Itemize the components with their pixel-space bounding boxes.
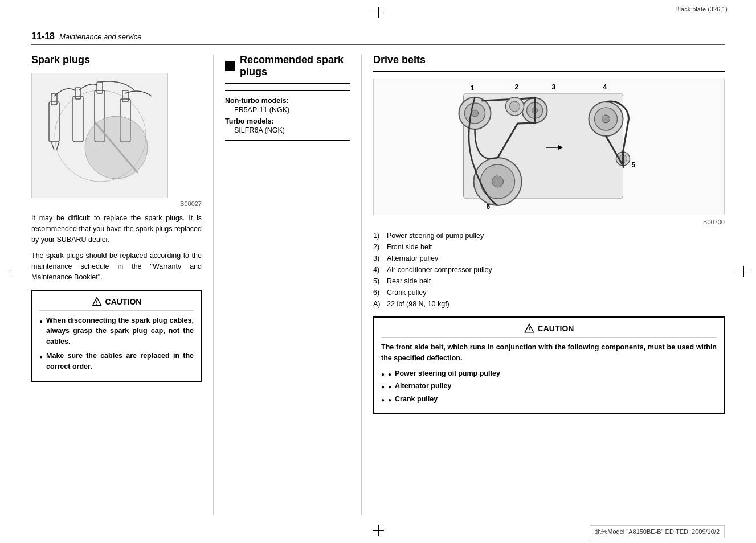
drive-belt-caution-item-1: ●Alternator pulley — [381, 381, 717, 392]
parts-label: Front side belt — [387, 241, 432, 253]
parts-list-item-1: 2)Front side belt — [373, 241, 725, 253]
spark-plugs-body2: The spark plugs should be replaced accor… — [31, 250, 202, 282]
svg-point-28 — [492, 176, 504, 187]
caution-icon-left — [92, 297, 102, 307]
spark-plugs-title: Spark plugs — [31, 54, 202, 66]
spark-plugs-column: Spark plugs — [31, 54, 214, 515]
svg-point-16 — [96, 303, 97, 305]
caution-icon-right — [524, 323, 534, 334]
plugs-divider — [225, 90, 350, 91]
spark-plugs-caution-header: CAUTION — [39, 297, 194, 311]
parts-list-item-0: 1)Power steering oil pump pulley — [373, 230, 725, 241]
drive-belts-caution-body: The front side belt, which runs in conju… — [381, 342, 717, 364]
recommended-plugs-column: Recommended spark plugs Non-turbo models… — [214, 54, 362, 515]
svg-point-45 — [529, 331, 530, 332]
svg-point-39 — [510, 101, 520, 112]
plugs-divider-bottom — [225, 140, 350, 141]
section-number: 11-18 — [31, 31, 55, 42]
parts-label: 22 lbf (98 N, 10 kgf) — [387, 298, 449, 310]
crosshair-left — [7, 266, 18, 277]
drive-belts-column: Drive belts 1 2 3 4 5 6 A — [362, 54, 725, 515]
parts-label: Air conditioner compressor pulley — [387, 264, 492, 275]
parts-label: Power steering oil pump pulley — [387, 230, 484, 241]
drive-belt-image-caption: B00700 — [373, 219, 725, 225]
svg-text:3: 3 — [552, 83, 556, 91]
footer-text: 北米Model "A8150BE-B" EDITED: 2009/10/2 — [590, 525, 725, 538]
parts-list-item-6: A)22 lbf (98 N, 10 kgf) — [373, 298, 725, 310]
parts-num: 2) — [373, 241, 385, 253]
parts-label: Alternator pulley — [387, 253, 438, 264]
caution-item-1: When disconnecting the spark plug cables… — [39, 315, 194, 347]
drive-belt-caution-item-0: ●Power steering oil pump pulley — [381, 368, 717, 379]
recommended-plugs-title: Recommended spark plugs — [240, 54, 350, 78]
parts-list-item-3: 4)Air conditioner compressor pulley — [373, 264, 725, 275]
parts-num: 4) — [373, 264, 385, 275]
svg-text:1: 1 — [471, 84, 475, 92]
main-content: 11-18 Maintenance and service Spark plug… — [31, 31, 725, 515]
black-square-icon — [225, 61, 235, 71]
section-title: Maintenance and service — [59, 32, 142, 41]
drive-belts-caution-title: CAUTION — [538, 324, 574, 333]
svg-text:5: 5 — [632, 161, 636, 169]
drive-belts-caution-list: ●Power steering oil pump pulley●Alternat… — [381, 368, 717, 405]
crosshair-right — [738, 266, 749, 277]
parts-label: Crank pulley — [387, 287, 426, 298]
parts-list: 1)Power steering oil pump pulley2)Front … — [373, 230, 725, 310]
spark-plugs-body1: It may be difficult to replace the spark… — [31, 213, 202, 245]
columns-container: Spark plugs — [31, 54, 725, 515]
svg-text:2: 2 — [515, 83, 519, 91]
parts-list-item-2: 3)Alternator pulley — [373, 253, 725, 264]
non-turbo-value: FR5AP-11 (NGK) — [234, 106, 350, 114]
spark-plugs-caution-list: When disconnecting the spark plug cables… — [39, 315, 194, 372]
caution-item-2-text: Make sure the cables are replaced in the… — [46, 351, 194, 372]
parts-num: A) — [373, 298, 385, 310]
parts-list-item-4: 5)Rear side belt — [373, 275, 725, 287]
drive-belts-title: Drive belts — [373, 54, 725, 72]
caution-item-1-text: When disconnecting the spark plug cables… — [46, 315, 194, 347]
non-turbo-label: Non-turbo models: — [225, 97, 350, 105]
drive-belt-caution-item-2: ●Crank pulley — [381, 394, 717, 405]
turbo-value: SILFR6A (NGK) — [234, 126, 350, 134]
turbo-label: Turbo models: — [225, 117, 350, 125]
parts-list-item-5: 6)Crank pulley — [373, 287, 725, 298]
svg-text:4: 4 — [603, 83, 607, 91]
crosshair-top — [373, 7, 384, 18]
black-plate-label: Black plate (326,1) — [675, 6, 728, 13]
spark-plugs-caution-box: CAUTION When disconnecting the spark plu… — [31, 290, 202, 382]
parts-num: 6) — [373, 287, 385, 298]
parts-num: 3) — [373, 253, 385, 264]
spark-plugs-caution-title: CAUTION — [105, 297, 142, 306]
svg-point-31 — [472, 110, 479, 117]
drive-belts-caution-box: CAUTION The front side belt, which runs … — [373, 316, 725, 414]
parts-num: 5) — [373, 275, 385, 287]
drive-belt-image: 1 2 3 4 5 6 A — [373, 79, 725, 215]
recommended-plugs-title-block: Recommended spark plugs — [225, 54, 350, 84]
spark-plug-image-caption: B00027 — [31, 200, 202, 207]
drive-belts-caution-header: CAUTION — [381, 323, 717, 338]
parts-num: 1) — [373, 230, 385, 241]
parts-label: Rear side belt — [387, 275, 431, 287]
spark-plug-image — [31, 73, 168, 198]
svg-point-37 — [602, 115, 610, 123]
crosshair-bottom — [373, 525, 384, 536]
caution-item-2: Make sure the cables are replaced in the… — [39, 351, 194, 372]
header-bar: 11-18 Maintenance and service — [31, 31, 725, 45]
